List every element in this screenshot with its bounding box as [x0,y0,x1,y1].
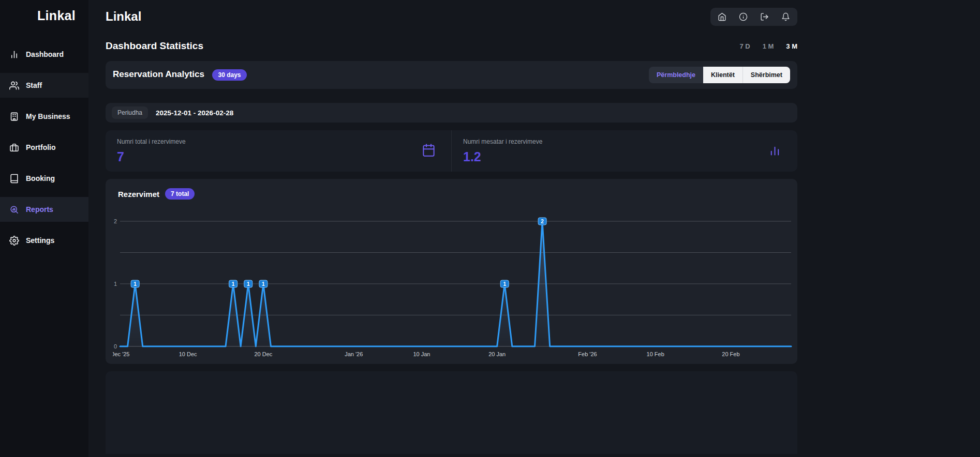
range-filter-7d[interactable]: 7 D [739,42,750,50]
svg-text:1: 1 [262,281,265,287]
sidebar-item-staff[interactable]: Staff [0,73,88,98]
reservations-line-chart: 012Dec '2510 Dec20 DecJan '2610 Jan20 Ja… [113,206,793,361]
sidebar-item-dashboard[interactable]: Dashboard [0,42,88,67]
book-icon [9,174,19,184]
svg-text:Feb '26: Feb '26 [578,351,597,357]
stats-row: Numri total i rezervimeve 7 Numri mesata… [106,130,797,172]
gear-icon [9,236,19,246]
sidebar-item-label: Booking [26,174,55,182]
svg-text:1: 1 [114,281,117,287]
svg-text:1: 1 [503,281,506,287]
svg-text:1: 1 [232,281,235,287]
period-label-pill: Periudha [112,106,148,119]
sidebar-item-portfolio[interactable]: Portfolio [0,135,88,160]
analytics-tab-group: Përmbledhje Klientët Shërbimet [649,67,790,83]
main-area: Linkal Dashboard St [88,0,980,457]
range-filter-group: 7 D 1 M 3 M [739,42,797,50]
period-bar: Periudha 2025-12-01 - 2026-02-28 [106,103,797,123]
magnifier-chart-icon [9,205,19,215]
stat-value: 7 [117,149,186,164]
chart-title: Rezervimet [118,190,159,199]
range-filter-3m[interactable]: 3 M [786,42,797,50]
sidebar-item-label: My Business [26,112,70,120]
tab-klientet[interactable]: Klientët [703,67,743,83]
svg-text:10 Feb: 10 Feb [647,351,664,357]
stat-label: Numri mesatar i rezervimeve [463,138,542,145]
logout-icon[interactable] [760,12,769,21]
header-title: Linkal [106,9,141,24]
stat-average-reservations: Numri mesatar i rezervimeve 1.2 [451,130,797,172]
reservation-analytics-card: Reservation Analytics 30 days Përmbledhj… [106,61,797,89]
svg-text:2: 2 [114,218,117,224]
sidebar-item-label: Dashboard [26,50,64,58]
sidebar-item-label: Reports [26,205,53,214]
next-section-card [106,371,797,454]
svg-text:20 Feb: 20 Feb [722,351,739,357]
svg-text:1: 1 [133,281,137,287]
days-badge: 30 days [212,69,246,81]
svg-text:Dec '25: Dec '25 [113,351,129,357]
sidebar: Linkal Dashboard Staff M [0,0,88,457]
svg-text:1: 1 [247,281,250,287]
sidebar-item-label: Staff [26,81,42,89]
svg-text:0: 0 [114,343,117,349]
stat-label: Numri total i rezervimeve [117,138,186,145]
info-icon[interactable] [739,12,748,21]
total-badge: 7 total [165,188,195,200]
tab-sherbimet[interactable]: Shërbimet [743,67,790,83]
tab-permbledhje[interactable]: Përmbledhje [649,67,703,83]
reservations-chart-card: Rezervimet 7 total 012Dec '2510 Dec20 De… [106,179,797,364]
bar-chart-icon [768,143,782,159]
chart-head: Rezervimet 7 total [113,187,793,201]
bar-chart-icon [9,50,19,59]
home-icon[interactable] [718,12,726,21]
page-title: Dashboard Statistics [106,40,203,52]
svg-text:10 Dec: 10 Dec [179,351,197,357]
sidebar-item-my-business[interactable]: My Business [0,104,88,129]
app-root: Linkal Dashboard Staff M [0,0,980,457]
period-value: 2025-12-01 - 2026-02-28 [156,109,233,117]
range-filter-1m[interactable]: 1 M [763,42,774,50]
top-header: Linkal [106,6,797,27]
bell-icon[interactable] [781,12,790,21]
svg-text:20 Dec: 20 Dec [254,351,272,357]
svg-text:Jan '26: Jan '26 [345,351,363,357]
calendar-icon [422,143,436,159]
sidebar-item-label: Settings [26,236,54,245]
people-icon [9,81,19,90]
briefcase-icon [9,143,19,153]
reservation-analytics-title: Reservation Analytics [113,69,204,79]
app-logo: Linkal [0,0,88,26]
svg-text:2: 2 [541,219,544,224]
header-icon-bar [710,8,797,26]
reservation-analytics-heading: Reservation Analytics 30 days [113,69,247,81]
sidebar-item-label: Portfolio [26,143,56,151]
sidebar-item-settings[interactable]: Settings [0,228,88,253]
page-title-row: Dashboard Statistics 7 D 1 M 3 M [106,40,797,52]
sidebar-nav: Dashboard Staff My Business [0,42,88,253]
svg-text:10 Jan: 10 Jan [413,351,430,357]
stat-total-reservations: Numri total i rezervimeve 7 [106,130,451,172]
sidebar-item-booking[interactable]: Booking [0,166,88,191]
svg-text:20 Jan: 20 Jan [488,351,506,357]
stat-value: 1.2 [463,149,542,164]
sidebar-item-reports[interactable]: Reports [0,197,88,222]
building-icon [9,112,19,121]
